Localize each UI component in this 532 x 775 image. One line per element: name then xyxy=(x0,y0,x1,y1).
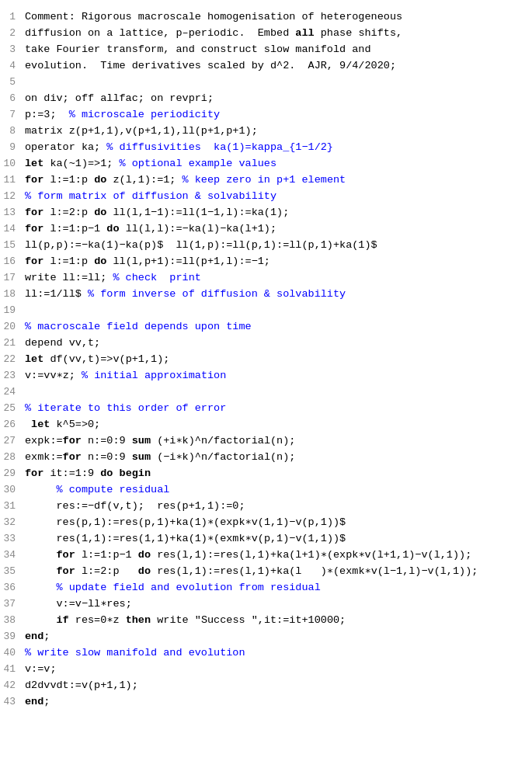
code-line: 15ll(p,p):=−ka(1)−ka(p)$ ll(1,p):=ll(p,1… xyxy=(0,238,532,254)
code-token: ll(l,l):=−ka(l)−ka(l+1); xyxy=(120,223,277,235)
line-number: 35 xyxy=(0,564,22,579)
line-number: 3 xyxy=(0,42,22,57)
code-token: ll(p,p):=−ka(1)−ka(p)$ ll(1,p):=ll(p,1):… xyxy=(25,239,377,251)
code-line: 17write ll:=ll; % check print xyxy=(0,270,532,287)
line-number: 33 xyxy=(0,531,22,547)
line-number: 20 xyxy=(0,319,22,335)
code-token: end xyxy=(25,631,43,642)
line-content: % update field and evolution from residu… xyxy=(22,580,532,596)
line-content: Comment: Rigorous macroscale homogenisat… xyxy=(22,9,532,26)
code-token: k^5=>0; xyxy=(50,419,100,430)
line-number: 36 xyxy=(0,580,22,596)
line-number: 29 xyxy=(0,466,22,481)
line-content: ll(p,p):=−ka(1)−ka(p)$ ll(1,p):=ll(p,1):… xyxy=(22,238,532,254)
code-token: (+i∗k)^n/factorial(n); xyxy=(151,435,295,447)
line-number: 19 xyxy=(0,303,22,318)
code-line: 8matrix z(p+1,1),v(p+1,1),ll(p+1,p+1); xyxy=(0,123,532,140)
line-number: 9 xyxy=(0,140,22,155)
code-token: diffusion on a lattice, p–periodic. Embe… xyxy=(25,27,295,39)
code-token: % form matrix of diffusion & solvability xyxy=(25,190,276,202)
code-token: ; xyxy=(43,696,50,707)
code-line: 41v:=v; xyxy=(0,662,532,678)
code-line: 3take Fourier transform, and construct s… xyxy=(0,42,532,58)
code-token: l:=2:p xyxy=(43,207,94,218)
code-token: % microscale periodicity xyxy=(69,109,220,120)
line-number: 40 xyxy=(0,645,22,661)
line-content: res(p,1):=res(p,1)+ka(1)∗(expk∗v(1,1)−v(… xyxy=(22,515,532,531)
code-token: % initial approximation xyxy=(82,370,226,381)
line-content: d2dvvdt:=v(p+1,1); xyxy=(22,678,532,694)
line-content: for it:=1:9 do begin xyxy=(22,466,532,482)
code-token: write ll:=ll; xyxy=(25,272,113,283)
code-token: (−i∗k)^n/factorial(n); xyxy=(151,451,295,463)
code-token: let xyxy=(25,419,50,430)
line-content: on div; off allfac; on revpri; xyxy=(22,91,532,107)
code-token: res:=−df(v,t); res(p+1,1):=0; xyxy=(25,500,245,512)
code-token: then xyxy=(126,614,151,626)
line-number: 10 xyxy=(0,156,22,172)
line-number: 5 xyxy=(0,75,22,90)
code-token: v:=v; xyxy=(25,663,57,675)
code-token: l:=1:p−1 xyxy=(43,223,106,235)
code-token: n:=0:9 xyxy=(82,435,132,447)
line-number: 17 xyxy=(0,270,22,286)
code-token: for xyxy=(25,207,43,218)
code-token: do xyxy=(94,255,106,267)
line-number: 23 xyxy=(0,368,22,384)
line-number: 43 xyxy=(0,694,22,710)
code-token: do xyxy=(94,174,106,186)
code-token: l:=2:p xyxy=(75,565,138,577)
code-line: 14for l:=1:p−1 do ll(l,l):=−ka(l)−ka(l+1… xyxy=(0,221,532,238)
line-number: 13 xyxy=(0,205,22,221)
line-number: 41 xyxy=(0,662,22,677)
code-token: do xyxy=(138,549,151,561)
code-token: sum xyxy=(132,435,151,447)
line-number: 24 xyxy=(0,384,22,400)
code-line: 30 % compute residual xyxy=(0,482,532,499)
line-content: exmk:=for n:=0:9 sum (−i∗k)^n/factorial(… xyxy=(22,450,532,466)
code-token: df(vv,t)=>v(p+1,1); xyxy=(43,353,169,365)
line-content: ll:=1/ll$ % form inverse of diffusion & … xyxy=(22,287,532,303)
code-token: for xyxy=(25,565,75,577)
code-line: 34 for l:=1:p−1 do res(l,1):=res(l,1)+ka… xyxy=(0,547,532,564)
line-number: 27 xyxy=(0,433,22,449)
line-content: let k^5=>0; xyxy=(22,417,532,433)
code-line: 19 xyxy=(0,303,532,319)
code-token: d2dvvdt:=v(p+1,1); xyxy=(25,679,138,691)
code-token: ka(~1)=>1; xyxy=(43,158,119,169)
line-number: 31 xyxy=(0,499,22,514)
line-content: diffusion on a lattice, p–periodic. Embe… xyxy=(22,26,532,42)
code-token: % form inverse of diffusion & solvabilit… xyxy=(88,288,346,300)
code-line: 32 res(p,1):=res(p,1)+ka(1)∗(expk∗v(1,1)… xyxy=(0,515,532,531)
line-number: 8 xyxy=(0,123,22,139)
line-number: 28 xyxy=(0,450,22,465)
code-line: 27expk:=for n:=0:9 sum (+i∗k)^n/factoria… xyxy=(0,433,532,450)
code-token: all xyxy=(295,27,314,39)
line-number: 25 xyxy=(0,401,22,416)
code-line: 24 xyxy=(0,384,532,401)
code-line: 5 xyxy=(0,75,532,91)
line-number: 2 xyxy=(0,26,22,41)
line-number: 30 xyxy=(0,482,22,498)
line-number: 26 xyxy=(0,417,22,433)
line-number: 34 xyxy=(0,547,22,563)
code-token: % keep zero in p+1 element xyxy=(183,174,346,186)
line-content: % form matrix of diffusion & solvability xyxy=(22,189,532,205)
line-content: end; xyxy=(22,629,532,645)
line-number: 11 xyxy=(0,172,22,188)
code-token: for xyxy=(25,174,43,186)
line-content: res(1,1):=res(1,1)+ka(1)∗(exmk∗v(p,1)−v(… xyxy=(22,531,532,547)
line-number: 15 xyxy=(0,238,22,253)
code-line: 9operator ka; % diffusivities ka(1)=kapp… xyxy=(0,140,532,156)
code-token: n:=0:9 xyxy=(82,451,132,463)
code-token: ll(l,p+1):=ll(p+1,l):=−1; xyxy=(106,255,270,267)
code-line: 25% iterate to this order of error xyxy=(0,401,532,417)
code-line: 33 res(1,1):=res(1,1)+ka(1)∗(exmk∗v(p,1)… xyxy=(0,531,532,547)
code-token: res(l,1):=res(l,1)+ka(l )∗(exmk∗v(l−1,l)… xyxy=(151,565,478,577)
code-token: exmk:= xyxy=(25,451,63,463)
line-content: % write slow manifold and evolution xyxy=(22,645,532,662)
line-content: v:=v−ll∗res; xyxy=(22,596,532,613)
code-token: for xyxy=(25,223,43,235)
code-token: do xyxy=(138,565,151,577)
code-token xyxy=(25,582,57,593)
